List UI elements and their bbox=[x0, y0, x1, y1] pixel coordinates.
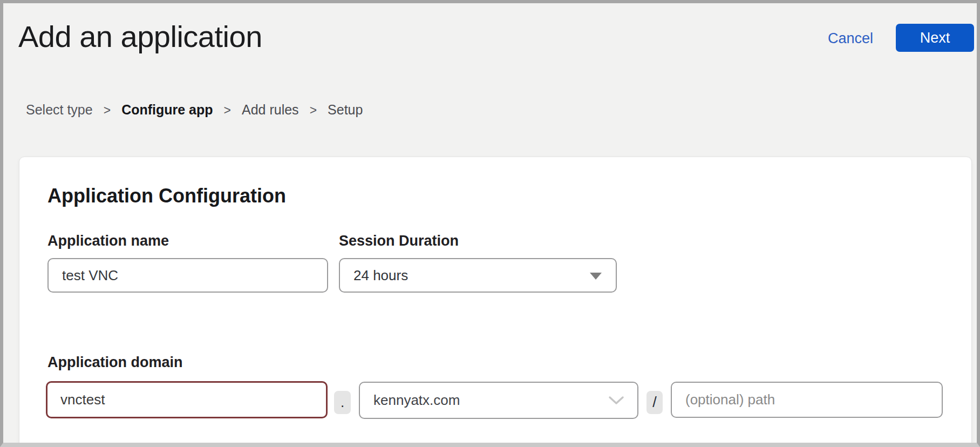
page-title: Add an application bbox=[18, 19, 262, 54]
caret-down-icon bbox=[590, 273, 602, 280]
breadcrumb-separator: > bbox=[224, 102, 231, 118]
session-duration-value: 24 hours bbox=[353, 267, 408, 284]
breadcrumb-step-add-rules[interactable]: Add rules bbox=[242, 101, 299, 118]
domain-select[interactable]: kennyatx.com bbox=[359, 382, 638, 419]
path-input[interactable] bbox=[671, 382, 943, 418]
session-duration-label: Session Duration bbox=[339, 232, 459, 249]
session-duration-select[interactable]: 24 hours bbox=[339, 258, 617, 293]
application-name-label: Application name bbox=[47, 232, 169, 249]
chevron-down-icon bbox=[608, 396, 624, 405]
application-domain-label: Application domain bbox=[47, 354, 183, 371]
domain-select-value: kennyatx.com bbox=[373, 392, 460, 409]
breadcrumb-step-select-type[interactable]: Select type bbox=[26, 101, 93, 118]
breadcrumb-step-configure-app[interactable]: Configure app bbox=[121, 101, 213, 118]
section-title: Application Configuration bbox=[47, 184, 286, 207]
cancel-button[interactable]: Cancel bbox=[828, 30, 873, 47]
subdomain-input[interactable] bbox=[46, 381, 328, 418]
slash-separator: / bbox=[646, 391, 663, 414]
breadcrumb: Select type > Configure app > Add rules … bbox=[26, 101, 363, 118]
next-button[interactable]: Next bbox=[896, 24, 974, 52]
breadcrumb-separator: > bbox=[104, 102, 111, 118]
application-name-input[interactable] bbox=[47, 258, 328, 293]
dot-separator: . bbox=[334, 391, 351, 414]
add-application-page: Add an application Cancel Next Select ty… bbox=[0, 0, 980, 447]
breadcrumb-separator: > bbox=[310, 102, 317, 118]
breadcrumb-step-setup[interactable]: Setup bbox=[328, 101, 363, 118]
